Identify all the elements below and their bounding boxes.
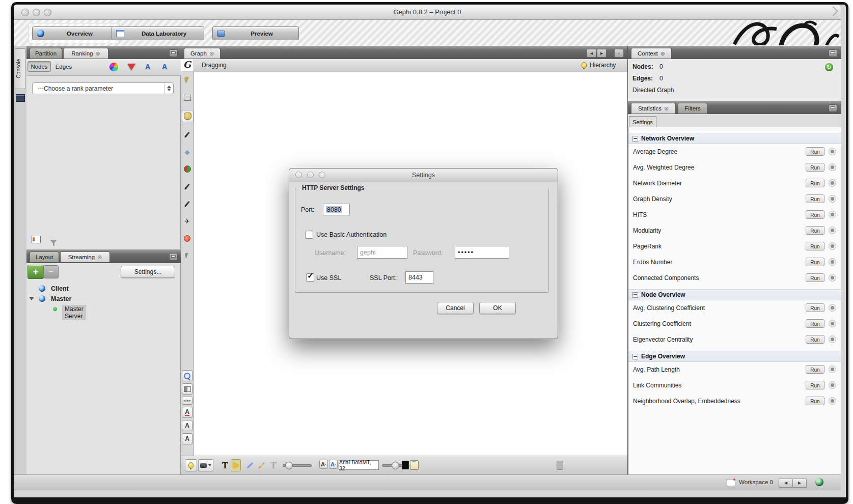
console-tab[interactable]: Console <box>15 48 26 89</box>
run-button[interactable]: Run <box>806 397 824 405</box>
edges-button[interactable]: Edges <box>52 61 75 72</box>
refresh-icon[interactable]: ↻ <box>825 63 833 71</box>
reset-size-tool[interactable]: size <box>182 397 192 405</box>
size-a-icon[interactable]: A <box>145 63 150 71</box>
workspace-next-button[interactable]: ▶ <box>792 479 807 488</box>
label-attributes-button[interactable] <box>410 460 419 470</box>
info-dot-button[interactable] <box>829 211 836 218</box>
dropdown-stepper-icon[interactable] <box>164 83 173 94</box>
password-input[interactable]: ••••• <box>455 246 509 259</box>
close-tab-icon[interactable]: ⊗ <box>95 51 100 57</box>
close-tab-icon[interactable]: ⊗ <box>661 51 665 57</box>
run-button[interactable]: Run <box>806 381 824 389</box>
run-button[interactable]: Run <box>806 365 824 374</box>
result-list-icon[interactable] <box>32 236 41 243</box>
info-dot-button[interactable] <box>829 381 836 389</box>
collapse-icon[interactable] <box>632 354 638 359</box>
workspace-prev-button[interactable]: ◀ <box>779 479 793 488</box>
add-stream-button[interactable]: + <box>27 265 44 279</box>
run-button[interactable]: Run <box>806 242 824 250</box>
tab-scroll-right-button[interactable]: ▶ <box>597 49 607 58</box>
minimize-panel-icon[interactable] <box>829 49 837 57</box>
tree-expander-icon[interactable] <box>29 297 34 300</box>
ok-button[interactable]: OK <box>479 302 516 314</box>
window-titlebar[interactable]: Gephi 0.8.2 – Project 0 <box>14 5 841 20</box>
info-dot-button[interactable] <box>829 320 836 327</box>
remove-stream-button[interactable]: − <box>43 265 59 278</box>
node-font-button[interactable]: A· <box>319 460 328 469</box>
run-button[interactable]: Run <box>806 194 824 203</box>
run-button[interactable]: Run <box>806 179 824 187</box>
color-wheel-icon[interactable] <box>109 63 118 71</box>
tab-layout[interactable]: Layout <box>30 251 59 262</box>
overview-button[interactable]: Overview <box>32 26 116 40</box>
show-node-labels-button[interactable]: T <box>221 459 230 471</box>
close-tab-icon[interactable]: ⊗ <box>209 51 214 57</box>
shortest-path-tool[interactable]: ✈ <box>182 215 192 227</box>
info-dot-button[interactable] <box>829 366 836 373</box>
subtab-settings[interactable]: Settings <box>629 116 656 128</box>
zoom-magnifier-tool[interactable] <box>182 370 192 381</box>
tab-ranking[interactable]: Ranking ⊗ <box>63 48 108 59</box>
data-laboratory-button[interactable]: Data Laboratory <box>112 26 204 40</box>
edge-color-mixed-button[interactable] <box>256 459 266 471</box>
run-button[interactable]: Run <box>806 163 824 172</box>
tab-filters[interactable]: Filters <box>678 103 707 114</box>
streaming-settings-button[interactable]: Settings... <box>121 266 175 278</box>
ssl-port-input[interactable]: 8443 <box>405 271 433 284</box>
hierarchy-label[interactable]: Hierarchy <box>590 62 616 69</box>
cancel-button[interactable]: Cancel <box>437 302 474 314</box>
brush-tool[interactable] <box>182 129 192 140</box>
tab-maximize-button[interactable]: ▪ <box>614 49 624 58</box>
console-window-icon[interactable] <box>16 94 25 102</box>
show-edge-labels-button[interactable] <box>231 459 241 471</box>
edge-weight-slider-knob[interactable] <box>285 462 293 469</box>
background-contrast-tool[interactable] <box>182 383 192 395</box>
nodes-button[interactable]: Nodes <box>27 61 51 72</box>
tab-partition[interactable]: Partition <box>30 48 62 59</box>
info-dot-button[interactable] <box>829 179 836 187</box>
info-dot-button[interactable] <box>829 242 836 250</box>
rectangle-select-tool[interactable] <box>182 92 192 103</box>
section-header[interactable]: Node Overview <box>628 289 841 300</box>
node-pencil-tool[interactable] <box>182 181 192 192</box>
minimize-panel-icon[interactable] <box>169 49 178 57</box>
screenshot-button[interactable] <box>198 459 213 471</box>
run-button[interactable]: Run <box>806 273 824 282</box>
heat-map-tool[interactable]: ◆ <box>182 146 192 157</box>
label-color-swatch[interactable] <box>402 461 409 469</box>
info-dot-button[interactable] <box>829 397 836 405</box>
sync-globe-icon[interactable] <box>815 478 823 486</box>
run-button[interactable]: Run <box>806 258 824 266</box>
section-header[interactable]: Edge Overview <box>628 351 841 362</box>
port-input[interactable]: 8080 <box>323 204 350 215</box>
tab-context[interactable]: Context ⊗ <box>631 48 672 59</box>
edge-color-source-button[interactable] <box>244 459 255 471</box>
expand-handle-icon[interactable] <box>557 461 563 470</box>
collapse-icon[interactable] <box>632 136 638 142</box>
text-scale-button[interactable]: T <box>269 459 278 471</box>
highlight-tool[interactable] <box>182 233 192 244</box>
info-dot-button[interactable] <box>829 195 836 203</box>
basic-auth-checkbox[interactable] <box>305 231 313 239</box>
tab-scroll-left-button[interactable]: ◀ <box>587 49 596 58</box>
minimize-panel-icon[interactable] <box>829 104 837 112</box>
font-name-field[interactable]: Arial-BoldMT, 32 <box>339 460 379 470</box>
label-font-tool[interactable]: A <box>182 433 192 444</box>
run-button[interactable]: Run <box>806 335 824 344</box>
painter-tool[interactable] <box>182 163 192 175</box>
run-button[interactable]: Run <box>806 226 824 235</box>
close-tab-icon[interactable]: ⊗ <box>664 106 669 111</box>
size-a-icon[interactable]: A <box>162 63 167 71</box>
info-dot-button[interactable] <box>829 163 836 171</box>
close-tab-icon[interactable]: ⊗ <box>97 255 102 260</box>
run-button[interactable]: Run <box>806 147 824 156</box>
dialog-titlebar[interactable]: Settings <box>289 169 558 182</box>
drag-hand-tool[interactable] <box>182 110 194 122</box>
preview-button[interactable]: Preview <box>212 26 299 40</box>
label-size-slider-knob[interactable] <box>392 462 399 469</box>
info-dot-button[interactable] <box>829 335 836 343</box>
info-dot-button[interactable] <box>829 258 836 266</box>
workspace-page-icon[interactable] <box>727 479 735 486</box>
info-dot-button[interactable] <box>829 227 836 234</box>
